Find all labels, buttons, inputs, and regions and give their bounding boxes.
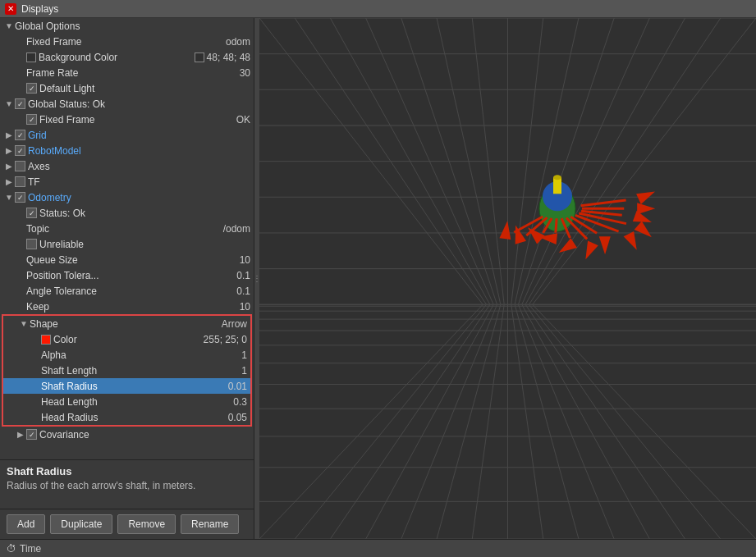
tree-row-angle-tolerance[interactable]: Angle Tolerance0.1	[0, 283, 254, 299]
expander-icon	[30, 349, 41, 361]
visibility-checkbox[interactable]	[15, 98, 25, 109]
tree-item-label: TF	[28, 176, 250, 188]
tree-item-label: Status: Ok	[39, 208, 250, 219]
tree-row-position-tolera[interactable]: Position Tolera...0.1	[0, 267, 254, 283]
tree-item-value: 0.1	[236, 285, 250, 297]
expander-icon[interactable]: ▶	[3, 145, 15, 157]
expander-icon	[15, 239, 26, 250]
tree-item-label: Shape	[30, 318, 217, 330]
expander-icon[interactable]: ▼	[3, 21, 15, 32]
tree-item-label: Unreliable	[39, 239, 250, 250]
tree-item-label: Default Light	[39, 83, 250, 94]
expander-icon	[15, 114, 26, 126]
tree-item-value: /odom	[223, 223, 250, 235]
time-icon: ⏱	[7, 543, 16, 555]
visibility-checkbox[interactable]	[15, 176, 25, 187]
tree-item-label: Topic	[26, 223, 218, 235]
viewport-canvas	[259, 18, 756, 539]
tree-row-global-status[interactable]: ▼Global Status: Ok	[0, 96, 254, 112]
tree-item-label: Fixed Frame	[39, 114, 231, 126]
visibility-checkbox[interactable]	[26, 114, 37, 125]
tree-row-queue-size[interactable]: Queue Size10	[0, 252, 254, 267]
expander-icon[interactable]: ▶	[15, 429, 26, 441]
tree-area[interactable]: ▼Global OptionsFixed FrameodomBackground…	[0, 18, 254, 459]
tree-item-label: Background Color	[39, 52, 190, 63]
tree-row-keep[interactable]: Keep10	[0, 299, 254, 314]
expander-icon	[15, 270, 26, 281]
info-title: Shaft Radius	[7, 465, 247, 477]
expander-icon[interactable]: ▶	[3, 161, 15, 172]
visibility-checkbox[interactable]	[26, 83, 37, 94]
tree-row-covariance[interactable]: ▶Covariance	[0, 427, 254, 442]
tree-row-head-length[interactable]: Head Length0.3	[3, 394, 250, 409]
tree-row-unreliable[interactable]: Unreliable	[0, 236, 254, 252]
window-title: Displays	[21, 3, 58, 15]
close-button[interactable]: ✕	[5, 3, 16, 15]
tree-row-axes[interactable]: ▶Axes	[0, 158, 254, 174]
tree-row-global-options[interactable]: ▼Global Options	[0, 18, 254, 34]
visibility-checkbox[interactable]	[15, 192, 25, 203]
tree-row-fixed-frame-status[interactable]: Fixed FrameOK	[0, 112, 254, 127]
visibility-checkbox[interactable]	[26, 239, 37, 249]
tree-item-label: Head Length	[41, 396, 228, 408]
tree-item-label: RobotModel	[28, 145, 250, 157]
tree-item-label: Shaft Radius	[41, 381, 223, 392]
tree-row-shaft-radius[interactable]: Shaft Radius0.01	[3, 378, 250, 394]
tree-item-value: 0.3	[233, 396, 247, 408]
visibility-checkbox[interactable]	[26, 429, 37, 440]
tree-item-label: Position Tolera...	[26, 270, 231, 281]
tree-row-background-color[interactable]: Background Color48; 48; 48	[0, 49, 254, 65]
tree-row-fixed-frame[interactable]: Fixed Frameodom	[0, 34, 254, 49]
tree-item-label: Shaft Length	[41, 365, 236, 377]
tree-item-label: Axes	[28, 161, 250, 172]
tree-item-value: 10	[240, 301, 250, 313]
tree-item-label: Global Options	[15, 21, 250, 32]
tree-row-topic[interactable]: Topic/odom	[0, 221, 254, 236]
tree-row-default-light[interactable]: Default Light	[0, 80, 254, 96]
visibility-checkbox[interactable]	[15, 145, 25, 156]
tree-row-color[interactable]: Color255; 25; 0	[3, 331, 250, 347]
duplicate-button[interactable]: Duplicate	[50, 514, 112, 534]
expander-icon	[30, 396, 41, 408]
tree-item-label: Alpha	[41, 349, 236, 361]
tree-row-shaft-length[interactable]: Shaft Length1	[3, 363, 250, 378]
expander-icon[interactable]: ▼	[3, 192, 15, 203]
status-label: Time	[20, 543, 41, 555]
visibility-checkbox[interactable]	[26, 208, 37, 218]
color-swatch	[26, 53, 36, 62]
expander-icon	[30, 334, 41, 345]
tree-row-head-radius[interactable]: Head Radius0.05	[3, 409, 250, 425]
tree-item-value: 1	[241, 349, 247, 361]
tree-row-odometry[interactable]: ▼Odometry	[0, 189, 254, 205]
bg-color-swatch	[195, 53, 204, 62]
expander-icon[interactable]: ▶	[3, 176, 15, 188]
expander-icon	[15, 67, 26, 79]
expander-icon[interactable]: ▼	[3, 98, 15, 110]
tree-row-grid[interactable]: ▶Grid	[0, 127, 254, 143]
rename-button[interactable]: Rename	[181, 514, 239, 534]
tree-item-value: 10	[240, 254, 250, 266]
tree-row-tf[interactable]: ▶TF	[0, 174, 254, 189]
tree-row-status-ok[interactable]: Status: Ok	[0, 205, 254, 221]
tree-item-label: Head Radius	[41, 412, 223, 423]
tree-item-value: 0.1	[236, 270, 250, 281]
tree-row-shape[interactable]: ▼ShapeArrow	[3, 316, 250, 331]
color-swatch	[41, 335, 51, 345]
tree-row-alpha[interactable]: Alpha1	[3, 347, 250, 363]
remove-button[interactable]: Remove	[117, 514, 176, 534]
expander-icon[interactable]: ▼	[18, 318, 30, 330]
expander-icon	[15, 52, 26, 63]
3d-viewport[interactable]	[259, 18, 756, 539]
tree-row-frame-rate[interactable]: Frame Rate30	[0, 65, 254, 80]
add-button[interactable]: Add	[7, 514, 45, 534]
tree-item-label: Fixed Frame	[26, 36, 221, 48]
tree-item-value: 255; 25; 0	[204, 334, 247, 345]
tree-item-value: 0.01	[228, 381, 247, 392]
outlined-section: ▼ShapeArrowColor255; 25; 0Alpha1Shaft Le…	[2, 314, 252, 427]
expander-icon	[30, 365, 41, 377]
expander-icon	[15, 285, 26, 297]
expander-icon[interactable]: ▶	[3, 130, 15, 141]
visibility-checkbox[interactable]	[15, 161, 25, 171]
tree-row-robot-model[interactable]: ▶RobotModel	[0, 143, 254, 158]
visibility-checkbox[interactable]	[15, 130, 25, 140]
